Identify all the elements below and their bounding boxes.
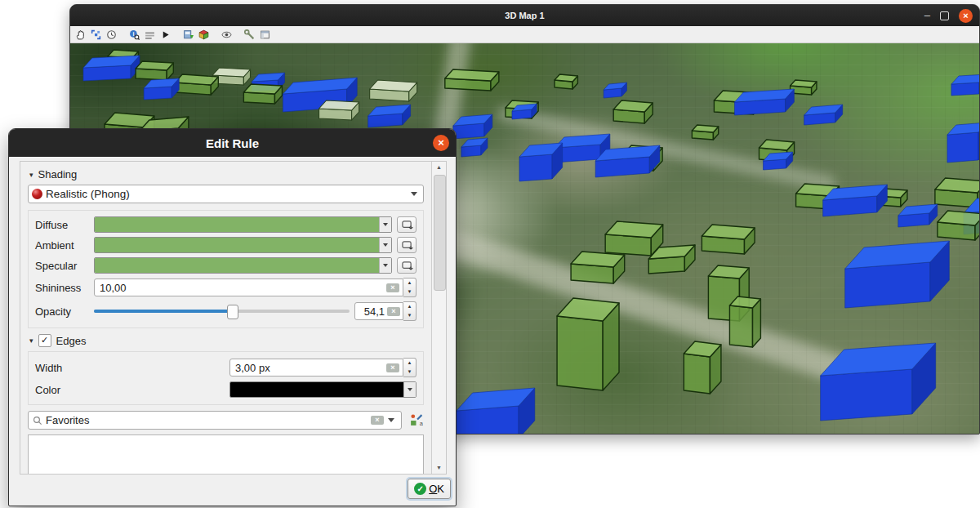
animation-clock-icon[interactable] <box>105 29 117 40</box>
building-green <box>613 100 653 123</box>
map-window-titlebar[interactable]: 3D Map 1 – × <box>70 5 979 26</box>
desktop: 3D Map 1 – × i <box>0 0 980 508</box>
ok-button[interactable]: ✓ OK <box>408 479 451 499</box>
clear-field-icon[interactable]: × <box>386 283 399 292</box>
chevron-down-icon <box>388 418 394 422</box>
edge-width-input[interactable]: 3,00 px × <box>229 359 403 377</box>
red-sphere-icon <box>32 189 42 199</box>
edge-width-label: Width <box>35 362 229 374</box>
building-green <box>702 225 755 254</box>
edge-width-spinner[interactable]: ▲▼ <box>403 358 416 377</box>
dialog-button-row: ✓ OK <box>408 479 451 499</box>
shading-section-header[interactable]: ▾ Shading <box>29 168 424 180</box>
specular-row: Specular <box>35 257 416 274</box>
favorites-search-input[interactable]: Favorites × <box>28 411 402 430</box>
opacity-label: Opacity <box>35 305 94 318</box>
map-window-title: 3D Map 1 <box>505 11 544 20</box>
opacity-slider[interactable] <box>94 303 350 319</box>
data-defined-override-button[interactable] <box>397 257 416 274</box>
edge-color-swatch <box>230 382 403 397</box>
check-icon: ✓ <box>414 483 426 495</box>
edge-width-row: Width 3,00 px × ▲▼ <box>35 358 416 377</box>
edge-color-button[interactable] <box>229 381 416 398</box>
edge-color-label: Color <box>35 384 229 396</box>
opacity-value: 54,1 <box>358 305 385 318</box>
building-green <box>729 296 760 347</box>
style-manager-icon: a <box>409 413 423 427</box>
edges-section-header[interactable]: ▾ ✓ Edges <box>29 334 424 347</box>
data-defined-override-button[interactable] <box>397 237 416 253</box>
building-blue <box>457 388 535 434</box>
clear-field-icon[interactable]: × <box>371 416 384 425</box>
dialog-title: Edit Rule <box>206 136 259 150</box>
play-animation-icon[interactable] <box>159 29 171 40</box>
diffuse-label: Diffuse <box>35 219 94 231</box>
diffuse-color-swatch <box>95 217 379 232</box>
ambient-label: Ambient <box>35 239 94 252</box>
maximize-icon[interactable] <box>940 11 949 20</box>
zoom-full-icon[interactable] <box>90 29 101 40</box>
building-green <box>136 61 173 80</box>
chevron-down-icon <box>379 217 391 232</box>
measure-line-icon[interactable] <box>144 29 155 40</box>
building-blue <box>845 241 950 308</box>
scroll-up-icon[interactable]: ▲ <box>432 162 446 173</box>
close-icon[interactable]: × <box>433 135 449 151</box>
edge-color-row: Color <box>35 381 416 398</box>
collapse-arrow-icon: ▾ <box>29 336 33 345</box>
dialog-scroll-area: ▾ Shading Realistic (Phong) Diffuse <box>20 161 447 475</box>
configure-wrench-icon[interactable] <box>243 29 255 40</box>
close-icon[interactable]: × <box>959 9 973 23</box>
building-green <box>557 298 619 390</box>
building-green <box>555 74 577 89</box>
dialog-titlebar[interactable]: Edit Rule × <box>9 129 456 157</box>
edge-width-value: 3,00 px <box>235 362 386 374</box>
building-blue <box>144 78 179 100</box>
building-blue <box>519 143 563 181</box>
building-green <box>938 211 979 240</box>
slider-fill <box>94 310 232 313</box>
chevron-down-icon <box>379 258 391 273</box>
ok-label: O <box>429 483 437 495</box>
view-theme-eye-icon[interactable] <box>220 29 232 40</box>
material-type-select[interactable]: Realistic (Phong) <box>28 185 424 203</box>
scrollbar-thumb[interactable] <box>434 175 446 291</box>
specular-color-swatch <box>95 258 379 273</box>
shininess-input[interactable]: 10,00 × <box>94 279 403 296</box>
identify-icon[interactable]: i <box>128 29 140 40</box>
map-toolbar: i <box>70 26 979 43</box>
diffuse-color-button[interactable] <box>94 216 392 233</box>
slider-handle[interactable] <box>227 305 238 319</box>
data-defined-override-button[interactable] <box>397 216 416 233</box>
clear-field-icon[interactable]: × <box>387 307 400 316</box>
building-blue <box>951 74 979 96</box>
building-blue <box>595 145 660 177</box>
minimize-icon[interactable]: – <box>924 11 930 20</box>
edges-checkbox[interactable]: ✓ <box>38 334 51 347</box>
clear-field-icon[interactable]: × <box>386 363 399 372</box>
specular-color-button[interactable] <box>94 257 392 274</box>
style-manager-button[interactable]: a <box>408 412 424 429</box>
favorites-list[interactable] <box>28 434 424 474</box>
building-blue <box>83 56 140 81</box>
opacity-spinner[interactable]: ▲▼ <box>403 301 416 321</box>
chevron-down-icon <box>411 192 417 196</box>
building-blue <box>368 105 411 127</box>
dialog-scrollbar[interactable]: ▲ ▼ <box>431 162 446 474</box>
building-blue <box>734 89 794 115</box>
building-green <box>684 341 721 394</box>
save-image-icon[interactable] <box>182 29 194 40</box>
building-blue <box>804 105 843 125</box>
building-blue <box>453 114 492 139</box>
favorites-search-value: Favorites <box>46 414 371 426</box>
camera-pan-icon[interactable] <box>74 29 86 40</box>
chevron-down-icon <box>403 382 416 397</box>
export-scene-icon[interactable] <box>198 29 209 40</box>
ambient-color-button[interactable] <box>94 237 392 253</box>
building-green <box>175 74 218 95</box>
opacity-input[interactable]: 54,1 × <box>354 302 403 320</box>
shininess-spinner[interactable]: ▲▼ <box>403 278 416 297</box>
dock-panel-icon[interactable] <box>259 29 270 40</box>
scroll-down-icon[interactable]: ▼ <box>432 462 446 474</box>
favorites-row: Favorites × a <box>28 411 424 430</box>
